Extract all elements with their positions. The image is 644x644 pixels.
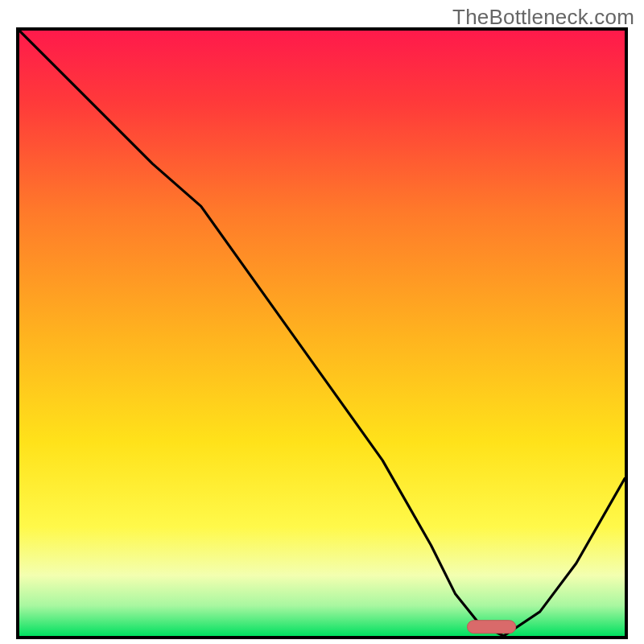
curve-overlay	[19, 31, 625, 636]
watermark-text: TheBottleneck.com	[452, 5, 634, 30]
optimal-zone-marker	[468, 621, 516, 634]
plot-frame	[16, 27, 628, 639]
bottleneck-curve	[19, 31, 625, 636]
chart-canvas: TheBottleneck.com	[0, 0, 644, 644]
